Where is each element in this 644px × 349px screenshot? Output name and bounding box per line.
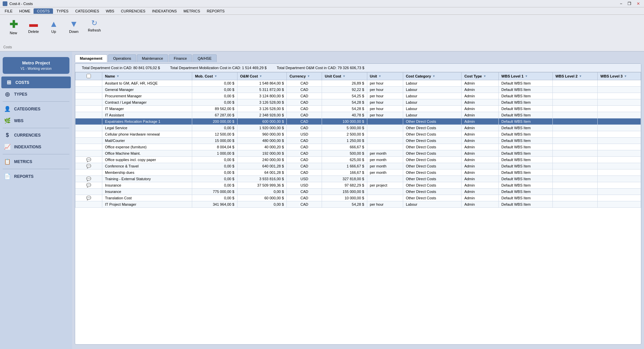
cell-wbs2 xyxy=(552,99,597,106)
row-checkbox[interactable] xyxy=(75,80,102,87)
row-checkbox[interactable]: 💬 xyxy=(75,182,102,189)
menu-item-currencies[interactable]: CURRENCIES xyxy=(118,8,149,14)
row-checkbox[interactable] xyxy=(75,106,102,112)
up-button[interactable]: ▲Up xyxy=(44,17,64,36)
sidebar-item-reports[interactable]: 📄REPORTS xyxy=(0,170,72,182)
table-row[interactable]: Membership dues0,00 $64 001,28 $CAD166,6… xyxy=(75,169,641,176)
table-row[interactable]: Office expense (furniture)8 004,04 $40 0… xyxy=(75,144,641,150)
cell-wbs3 xyxy=(598,144,641,150)
minimize-button[interactable]: − xyxy=(619,1,624,6)
reports-sidebar-icon: 📄 xyxy=(4,173,11,180)
tab-management[interactable]: Management xyxy=(75,54,107,62)
cell-name: Insurance xyxy=(102,189,192,195)
select-all-checkbox[interactable] xyxy=(87,74,91,78)
cell-om_cost: 37 509 999,36 $ xyxy=(237,182,287,189)
sidebar-item-types[interactable]: ◎TYPES xyxy=(0,88,72,100)
sidebar-item-wbs[interactable]: 🌿WBS xyxy=(0,115,72,127)
menu-item-file[interactable]: FILE xyxy=(1,8,16,14)
row-checkbox[interactable]: 💬 xyxy=(75,163,102,169)
table-row[interactable]: General Manager0,00 $5 311 872,00 $CAD92… xyxy=(75,87,641,93)
filter-icon-cost_type[interactable]: ▼ xyxy=(483,74,486,78)
refresh-button[interactable]: ↻Refresh xyxy=(84,17,105,34)
filter-icon-om_cost[interactable]: ▼ xyxy=(259,74,262,78)
tab-operations[interactable]: Operations xyxy=(108,54,136,62)
table-row[interactable]: IT Manager89 562,00 $3 126 528,00 $CAD54… xyxy=(75,106,641,112)
filter-icon-wbs1[interactable]: ▼ xyxy=(525,74,528,78)
main-layout: Metro ProjectV1 - Working version⊞COSTS◎… xyxy=(0,52,644,349)
close-button[interactable]: ✕ xyxy=(635,1,641,6)
menu-item-categories[interactable]: CATEGORIES xyxy=(72,8,102,14)
row-checkbox[interactable] xyxy=(75,189,102,195)
down-button[interactable]: ▼Down xyxy=(64,17,84,36)
row-checkbox[interactable]: 💬 xyxy=(75,176,102,182)
table-row[interactable]: Expatriates Relocation Package 1200 000,… xyxy=(75,118,641,125)
tab-finance[interactable]: Finance xyxy=(169,54,192,62)
table-row[interactable]: IT Assistant67 287,00 $2 348 928,00 $CAD… xyxy=(75,112,641,118)
row-checkbox[interactable] xyxy=(75,144,102,150)
filter-icon-wbs3[interactable]: ▼ xyxy=(624,74,627,78)
row-checkbox[interactable]: 💬 xyxy=(75,157,102,163)
row-checkbox[interactable] xyxy=(75,131,102,138)
row-checkbox[interactable] xyxy=(75,138,102,144)
table-row[interactable]: Assitant to GM, A&F, HR, HSQE0,00 $1 548… xyxy=(75,80,641,87)
row-checkbox[interactable] xyxy=(75,112,102,118)
new-button[interactable]: ✚New xyxy=(3,17,23,37)
table-row[interactable]: 💬Conference & Travel0,00 $640 001,28 $CA… xyxy=(75,163,641,169)
row-checkbox[interactable] xyxy=(75,99,102,106)
row-checkbox[interactable] xyxy=(75,201,102,208)
table-row[interactable]: Insurance775 000,00 $0,00 $CAD155 000,00… xyxy=(75,189,641,195)
sidebar-item-costs[interactable]: ⊞COSTS xyxy=(1,77,71,88)
menu-item-costs[interactable]: COSTS xyxy=(34,8,53,14)
tab-maintenance[interactable]: Maintenance xyxy=(137,54,168,62)
restore-button[interactable]: ❐ xyxy=(626,1,633,6)
col-header-currency: Currency▼ xyxy=(287,72,322,80)
row-checkbox[interactable] xyxy=(75,87,102,93)
row-checkbox[interactable] xyxy=(75,125,102,131)
table-row[interactable]: Office Machine Maint.1 000,00 $192 000,0… xyxy=(75,150,641,157)
table-row[interactable]: IT Project Manager341 964,00 $0,00 $CAD5… xyxy=(75,201,641,208)
cell-wbs1: Default WBS Item xyxy=(498,169,552,176)
menu-item-home[interactable]: HOME xyxy=(16,8,34,14)
cell-name: Expatriates Relocation Package 1 xyxy=(102,118,192,125)
menu-item-indexations[interactable]: INDEXATIONS xyxy=(149,8,180,14)
filter-icon-unit_cost[interactable]: ▼ xyxy=(342,74,345,78)
sidebar-item-metrics[interactable]: 📋METRICS xyxy=(0,156,72,167)
table-wrapper[interactable]: Name▼Mob. Cost▼O&M Cost▼Currency▼Unit Co… xyxy=(75,72,641,341)
filter-icon-currency[interactable]: ▼ xyxy=(307,74,310,78)
row-checkbox[interactable] xyxy=(75,169,102,176)
table-row[interactable]: Contract / Legal Manager0,00 $3 126 528,… xyxy=(75,99,641,106)
sidebar-item-indexations[interactable]: 📈INDEXATIONS xyxy=(0,141,72,153)
filter-icon-unit[interactable]: ▼ xyxy=(378,74,381,78)
menu-item-wbs[interactable]: WBS xyxy=(103,8,118,14)
row-checkbox[interactable] xyxy=(75,150,102,157)
tab-qahse[interactable]: QA/HSE xyxy=(193,54,217,62)
row-checkbox[interactable] xyxy=(75,93,102,99)
menu-item-types[interactable]: TYPES xyxy=(53,8,72,14)
table-row[interactable]: 💬Office supplies incl. copy paper0,00 $2… xyxy=(75,157,641,163)
table-row[interactable]: Mail/Courier15 000,00 $480 000,00 $CAD1 … xyxy=(75,138,641,144)
cell-category: Other Direct Costs xyxy=(403,144,461,150)
col-header-unit: Unit▼ xyxy=(367,72,403,80)
table-row[interactable]: 💬Insurance0,00 $37 509 999,36 $USD97 682… xyxy=(75,182,641,189)
table-row[interactable]: Legal Service0,00 $1 920 000,00 $CAD5 00… xyxy=(75,125,641,131)
table-row[interactable]: 💬Training - External Statutory0,00 $3 93… xyxy=(75,176,641,182)
table-row[interactable]: Cellular phone Hardware renewal12 500,00… xyxy=(75,131,641,138)
cell-unit_cost: 40,78 $ xyxy=(322,112,367,118)
filter-icon-name[interactable]: ▼ xyxy=(116,74,119,78)
menu-item-metrics[interactable]: METRICS xyxy=(180,8,204,14)
filter-icon-mob_cost[interactable]: ▼ xyxy=(214,74,217,78)
cell-category: Labour xyxy=(403,93,461,99)
table-row[interactable]: 💬Translation Cost0,00 $60 000,00 $CAD10 … xyxy=(75,195,641,201)
filter-icon-cost_category[interactable]: ▼ xyxy=(432,74,435,78)
sidebar-item-currencies[interactable]: $CURRENCIES xyxy=(0,130,72,141)
summary-total-mob: Total Department Mobilization Cost in CA… xyxy=(170,66,267,70)
table-row[interactable]: Procurement Manager0,00 $3 124 800,00 $C… xyxy=(75,93,641,99)
row-checkbox[interactable] xyxy=(75,118,102,125)
delete-button[interactable]: ▬Delete xyxy=(23,17,44,36)
menu-item-reports[interactable]: REPORTS xyxy=(204,8,228,14)
col-header-om_cost: O&M Cost▼ xyxy=(237,72,287,80)
row-checkbox[interactable]: 💬 xyxy=(75,195,102,201)
filter-icon-wbs2[interactable]: ▼ xyxy=(579,74,582,78)
sidebar-item-categories[interactable]: 👤CATEGORIES xyxy=(0,103,72,115)
cell-unit: per project xyxy=(367,182,403,189)
